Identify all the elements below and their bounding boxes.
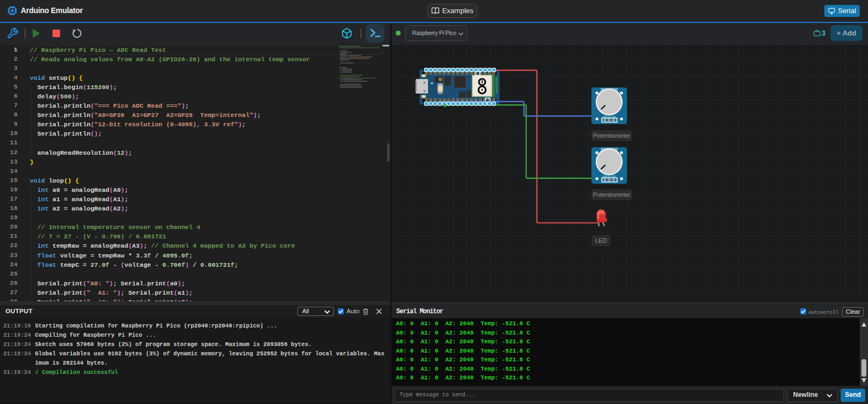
svg-text:GND VCC SIG: GND VCC SIG — [603, 175, 616, 177]
svg-text:GND VCC SIG: GND VCC SIG — [603, 115, 616, 118]
